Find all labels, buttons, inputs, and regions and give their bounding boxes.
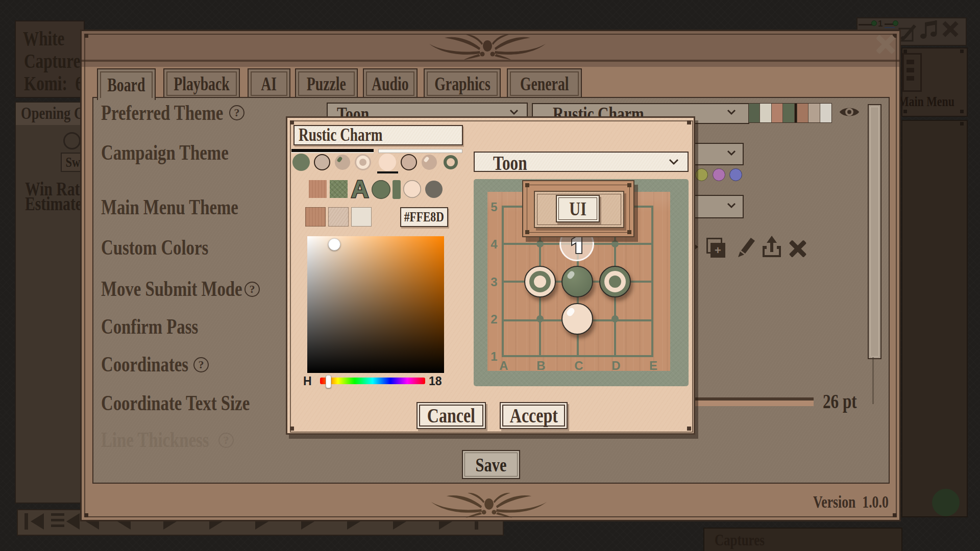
svg-text:A: A (351, 177, 369, 200)
